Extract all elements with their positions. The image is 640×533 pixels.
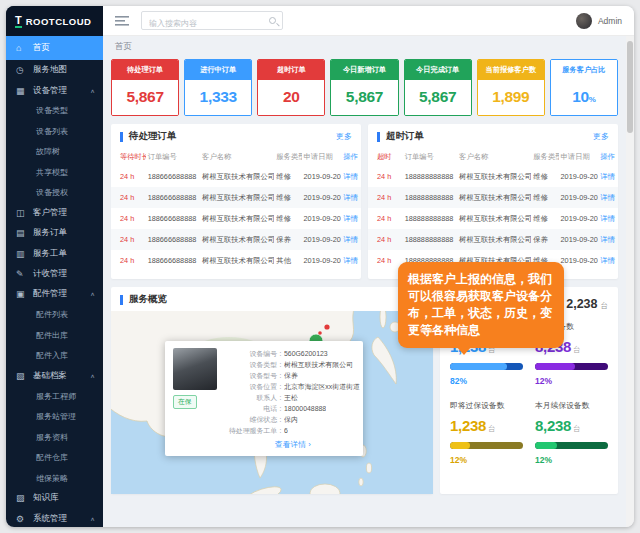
service-type: 维修: [274, 166, 301, 187]
callout-text: 根据客户上报的信息，我们可以很容易获取客户设备分布，工单，状态，历史，变更等各种…: [408, 272, 552, 337]
sidebar-item-label: 配件管理: [33, 288, 67, 300]
sidebar-item-label: 知识库: [33, 492, 59, 504]
stat-card-service-customer-ratio[interactable]: 服务客户占比 10%: [550, 59, 618, 116]
search-icon[interactable]: [269, 17, 276, 24]
stat-percent: 12%: [535, 376, 608, 386]
sidebar-item-service-material[interactable]: 服务资料: [6, 427, 103, 447]
search-input[interactable]: [142, 15, 282, 32]
sidebar-item-label: 设备管理: [33, 85, 67, 97]
avatar[interactable]: [576, 13, 592, 29]
stat-renewed-this-month: 本月续保设备数 8,238台 12%: [535, 400, 608, 465]
sidebar-item-label: 故障树: [36, 146, 60, 157]
sidebar-item-shared-model[interactable]: 共享模型: [6, 162, 103, 182]
more-link[interactable]: 更多: [336, 131, 352, 142]
column-header: 操作: [341, 148, 361, 166]
pending-orders-panel: 待处理订单 更多 等待时长 订单编号 客户名称 服务类型 申请日期 操作: [111, 124, 361, 279]
stat-card-in-progress-orders[interactable]: 进行中订单 1,333: [184, 59, 252, 116]
stat-card-value: 20: [258, 80, 324, 115]
customer-name: 树根互联技术有限公司: [200, 208, 274, 229]
stat-card-overtime-orders[interactable]: 超时订单 20: [257, 59, 325, 116]
detail-link[interactable]: 详情: [598, 229, 618, 250]
detail-link[interactable]: 详情: [341, 187, 361, 208]
sidebar-item-knowledge-base[interactable]: 知识库: [6, 488, 103, 508]
search-box[interactable]: [141, 11, 283, 30]
breadcrumb-item[interactable]: 首页: [115, 41, 132, 53]
sidebar-item-label: 服务站管理: [36, 411, 76, 422]
detail-link[interactable]: 详情: [598, 166, 618, 187]
service-ticket-icon: [16, 249, 27, 259]
sidebar-item-customer-management[interactable]: 客户管理: [6, 203, 103, 223]
stat-card-today-completed-orders[interactable]: 今日完成订单 5,867: [404, 59, 472, 116]
customer-name: 树根互联技术有限公司: [457, 166, 531, 187]
service-map[interactable]: 在保 设备编号560G6200123 设备类型树根互联技术有限公司 设备型号保养…: [111, 311, 433, 494]
stat-percent: 82%: [450, 376, 523, 386]
stat-card-label: 当前报修客户数: [478, 60, 544, 80]
device-field: 维保状态保内: [226, 414, 360, 425]
sidebar-item-parts-outbound[interactable]: 配件出库: [6, 325, 103, 345]
sidebar-item-basic-archives[interactable]: 基础档案: [6, 366, 103, 386]
sidebar-item-home[interactable]: 首页: [6, 36, 103, 60]
sidebar-item-label: 配件列表: [36, 309, 68, 320]
column-header: 操作: [598, 148, 618, 166]
progress-bar: [535, 363, 608, 370]
chevron-up-icon: [90, 291, 95, 297]
more-link[interactable]: 更多: [593, 131, 609, 142]
sidebar-item-service-map[interactable]: 服务地图: [6, 60, 103, 80]
sidebar-item-device-type[interactable]: 设备类型: [6, 101, 103, 121]
overtime-length: 24 h: [368, 166, 403, 187]
order-number: 188666688888: [146, 208, 200, 229]
device-field: 设备类型树根互联技术有限公司: [226, 359, 360, 370]
stat-percent: 12%: [450, 455, 523, 465]
view-detail-link[interactable]: 查看详情 ›: [226, 439, 360, 450]
sidebar-item-parts-inbound[interactable]: 配件入库: [6, 345, 103, 365]
detail-link[interactable]: 详情: [598, 208, 618, 229]
user-menu[interactable]: Admin: [576, 13, 622, 29]
collapse-menu-icon[interactable]: [115, 16, 129, 26]
sidebar-item-service-orders[interactable]: 服务订单: [6, 223, 103, 243]
sidebar-item-maintenance-policy[interactable]: 维保策略: [6, 468, 103, 488]
sidebar-item-service-station[interactable]: 服务站管理: [6, 407, 103, 427]
app-logo[interactable]: T ROOTCLOUD: [6, 6, 103, 36]
table-row: 24 h188666688888树根互联技术有限公司维修2019-09-20详情: [111, 187, 361, 208]
stat-card-today-new-orders[interactable]: 今日新增订单 5,867: [330, 59, 398, 116]
device-field: 电话18000048888: [226, 403, 360, 414]
stat-card-pending-orders[interactable]: 待处理订单 5,867: [111, 59, 179, 116]
table-row: 24 h188888888888树根互联技术有限公司维修2019-09-20详情: [368, 166, 618, 187]
sidebar-item-parts-management[interactable]: 配件管理: [6, 284, 103, 304]
logo-text: ROOTCLOUD: [26, 16, 92, 27]
sidebar-item-billing-management[interactable]: 计收管理: [6, 264, 103, 284]
column-header: 申请日期: [302, 148, 342, 166]
detail-link[interactable]: 详情: [341, 250, 361, 271]
detail-link[interactable]: 详情: [341, 229, 361, 250]
sidebar-item-parts-list[interactable]: 配件列表: [6, 305, 103, 325]
panel-header: 待处理订单 更多: [111, 124, 361, 148]
sidebar-item-device-authorization[interactable]: 设备授权: [6, 182, 103, 202]
stat-cards-row: 待处理订单 5,867 进行中订单 1,333 超时订单 20 今日新增订单 5…: [111, 59, 618, 116]
sidebar-item-service-engineer[interactable]: 服务工程师: [6, 386, 103, 406]
sidebar-item-fault-tree[interactable]: 故障树: [6, 142, 103, 162]
detail-link[interactable]: 详情: [598, 187, 618, 208]
apply-date: 2019-09-20: [559, 208, 599, 229]
device-photo: [173, 348, 217, 390]
table-header-row: 等待时长 订单编号 客户名称 服务类型 申请日期 操作: [111, 148, 361, 166]
service-type: 维修: [531, 187, 558, 208]
sidebar-item-parts-warehouse[interactable]: 配件仓库: [6, 447, 103, 467]
scrollbar[interactable]: [626, 36, 634, 527]
sidebar-nav: 首页 服务地图 设备管理 设备类型 设备列表 故障树 共享模型 设备授权 客户管…: [6, 36, 103, 527]
detail-link[interactable]: 详情: [341, 208, 361, 229]
detail-link[interactable]: 详情: [598, 250, 618, 271]
sidebar-item-system-management[interactable]: 系统管理: [6, 509, 103, 527]
scrollbar-thumb[interactable]: [627, 41, 633, 133]
sidebar-item-device-management[interactable]: 设备管理: [6, 80, 103, 100]
service-type: 保养: [531, 229, 558, 250]
apply-date: 2019-09-20: [559, 229, 599, 250]
detail-link[interactable]: 详情: [341, 166, 361, 187]
sidebar-item-service-tickets[interactable]: 服务工单: [6, 244, 103, 264]
stat-card-label: 待处理订单: [112, 60, 178, 80]
stat-card-repair-customers[interactable]: 当前报修客户数 1,899: [477, 59, 545, 116]
table-row: 24 h188888888888树根互联技术有限公司保养2019-09-20详情: [368, 229, 618, 250]
sidebar-item-label: 计收管理: [33, 268, 67, 280]
order-number: 188888888888: [403, 187, 457, 208]
column-header: 服务类型: [274, 148, 301, 166]
sidebar-item-device-list[interactable]: 设备列表: [6, 121, 103, 141]
